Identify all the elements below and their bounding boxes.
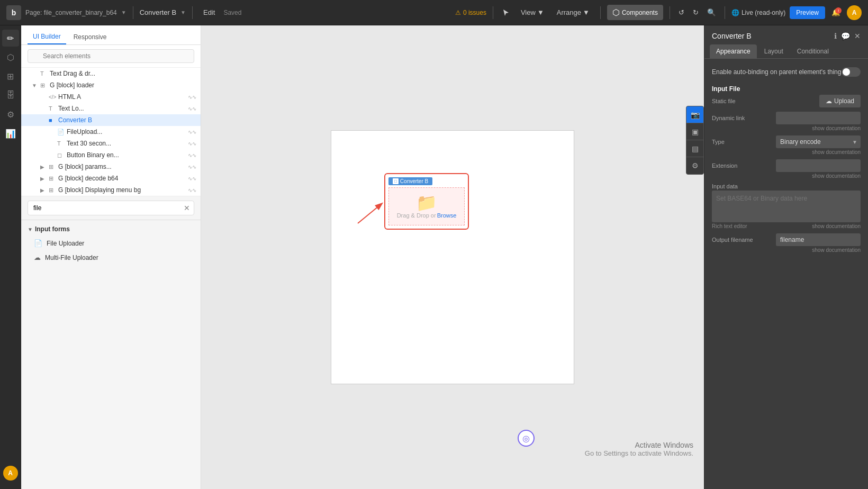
components-button[interactable]: ⬡ Components bbox=[607, 5, 663, 20]
tab-conditional[interactable]: Conditional bbox=[791, 44, 835, 58]
tree-item-label: Button Binary en... bbox=[67, 151, 186, 159]
tree-item-label: Text 30 secon... bbox=[67, 140, 186, 147]
drop-zone-icon: 📁 bbox=[416, 194, 437, 211]
section-chevron-icon: ▼ bbox=[28, 227, 33, 232]
tree-block-icon: ⊞ bbox=[40, 82, 48, 89]
activate-windows-title: Activate Windows bbox=[585, 441, 693, 449]
search-input[interactable] bbox=[28, 201, 194, 215]
view-label: View bbox=[521, 8, 536, 16]
arrange-button[interactable]: Arrange▼ bbox=[553, 6, 594, 19]
page-label: Page: file_converter_binary_b64 bbox=[25, 9, 117, 16]
show-docs-5[interactable]: show documentation bbox=[712, 247, 861, 253]
tree-block-icon: ⊞ bbox=[49, 175, 56, 182]
converter-name: Converter B bbox=[140, 8, 176, 16]
search-elements-wrap: 🔍 bbox=[28, 49, 194, 63]
upload-label: Upload bbox=[834, 97, 854, 105]
file-drop-zone[interactable]: 📁 Drag & Drop or Browse bbox=[388, 187, 465, 225]
tree-item-extra: ∿∿ bbox=[188, 176, 196, 182]
file-uploader-item[interactable]: 📄 File Uploader bbox=[21, 236, 201, 250]
tree-item-extra: ∿∿ bbox=[188, 164, 196, 170]
undo-button[interactable]: ↺ bbox=[676, 6, 686, 19]
info-icon[interactable]: ℹ bbox=[834, 32, 837, 40]
close-icon[interactable]: ✕ bbox=[854, 32, 861, 40]
tree-item-label: Converter B bbox=[58, 116, 196, 124]
show-docs-3[interactable]: show documentation bbox=[712, 173, 861, 179]
tree-item-text-30sec[interactable]: T Text 30 secon... ∿∿ bbox=[21, 138, 201, 149]
type-row: Type Binary encode ▼ show documentation bbox=[712, 135, 861, 155]
input-data-textarea[interactable] bbox=[712, 191, 861, 222]
tree-item-g-displaying[interactable]: ▶ ⊞ G [block] Displaying menu bg ∿∿ bbox=[21, 184, 201, 196]
show-docs-2[interactable]: show documentation bbox=[712, 149, 861, 155]
tree-item-extra: ∿∿ bbox=[188, 94, 196, 100]
static-file-horiz: Static file ☁ Upload bbox=[712, 95, 861, 107]
preview-button[interactable]: Preview bbox=[790, 6, 825, 19]
view-button[interactable]: View▼ bbox=[517, 6, 548, 19]
notification-button[interactable]: 🔔! bbox=[829, 6, 843, 19]
upload-button[interactable]: ☁ Upload bbox=[819, 95, 861, 107]
extension-label: Extension bbox=[712, 162, 737, 169]
tab-ui-builder[interactable]: UI Builder bbox=[28, 30, 66, 44]
tree-item-fileupload[interactable]: 📄 FileUpload... ∿∿ bbox=[21, 126, 201, 138]
topbar-divider-2 bbox=[192, 6, 193, 19]
left-icon-grid[interactable]: ⊞ bbox=[2, 68, 19, 85]
topbar-divider-4 bbox=[600, 6, 601, 19]
topbar: b Page: file_converter_binary_b64 ▼ Conv… bbox=[0, 0, 868, 25]
left-icon-database[interactable]: 🗄 bbox=[2, 87, 19, 104]
auto-binding-toggle[interactable] bbox=[842, 67, 861, 77]
converter-b-component[interactable]: □ Converter B 📁 Drag & Drop or Browse bbox=[384, 173, 469, 230]
tree-item-label: G [block] params... bbox=[58, 163, 186, 170]
tree-item-g-loader[interactable]: ▼ ⊞ G [block] loader bbox=[21, 79, 201, 91]
tree-chevron-icon: ▶ bbox=[40, 176, 47, 182]
search-elements-input[interactable] bbox=[28, 49, 194, 63]
rich-text-label[interactable]: Rich text editor bbox=[712, 223, 747, 229]
tree-chevron-icon: ▶ bbox=[40, 164, 47, 170]
tree-item-label: HTML A bbox=[58, 93, 186, 101]
extension-row: Extension show documentation bbox=[712, 159, 861, 179]
bottom-right-icon-button[interactable]: ◎ bbox=[518, 430, 535, 447]
component-title-badge: □ Converter B bbox=[388, 177, 432, 185]
tree-item-g-params[interactable]: ▶ ⊞ G [block] params... ∿∿ bbox=[21, 161, 201, 173]
auto-binding-row: Enable auto-binding on parent element's … bbox=[712, 65, 861, 79]
tab-responsive[interactable]: Responsive bbox=[68, 30, 112, 44]
show-docs-1[interactable]: show documentation bbox=[712, 125, 861, 131]
tree-item-text-drag[interactable]: T Text Drag & dr... bbox=[21, 68, 201, 79]
auto-binding-label: Enable auto-binding on parent element's … bbox=[712, 68, 841, 76]
chat-icon[interactable]: 💬 bbox=[841, 32, 850, 40]
type-select[interactable]: Binary encode bbox=[776, 135, 861, 148]
avatar[interactable]: A bbox=[847, 5, 862, 20]
side-icon-gear[interactable]: ⚙ bbox=[686, 157, 703, 174]
side-icon-panel-left[interactable]: ▣ bbox=[686, 123, 703, 140]
tree-item-label: Text Drag & dr... bbox=[50, 70, 196, 77]
tree-item-text-lo[interactable]: T Text Lo... ∿∿ bbox=[21, 103, 201, 114]
tree-text-icon: T bbox=[40, 70, 48, 77]
file-uploader-label: File Uploader bbox=[47, 240, 84, 247]
input-data-row: Input data Rich text editor show documen… bbox=[712, 183, 861, 229]
left-icon-hierarchy[interactable]: ⬡ bbox=[2, 49, 19, 66]
tree-item-button-binary[interactable]: ◻ Button Binary en... ∿∿ bbox=[21, 149, 201, 161]
tab-appearance[interactable]: Appearance bbox=[710, 44, 757, 58]
canvas: □ Converter B 📁 Drag & Drop or Browse bbox=[201, 25, 704, 489]
input-forms-header[interactable]: ▼ Input forms bbox=[21, 222, 201, 236]
show-docs-4[interactable]: show documentation bbox=[812, 223, 861, 229]
search-button[interactable]: 🔍 bbox=[705, 6, 718, 19]
search-clear-button[interactable]: ✕ bbox=[184, 204, 190, 212]
cursor-tool-button[interactable] bbox=[500, 6, 512, 19]
left-icon-settings[interactable]: ⚙ bbox=[2, 106, 19, 123]
edit-button[interactable]: Edit bbox=[199, 6, 219, 19]
tree-item-html-a[interactable]: </> HTML A ∿∿ bbox=[21, 91, 201, 103]
extension-input[interactable] bbox=[776, 159, 861, 172]
output-filename-input[interactable] bbox=[776, 233, 861, 246]
multi-file-uploader-item[interactable]: ☁ Multi-File Uploader bbox=[21, 250, 201, 265]
tree-item-converter-b[interactable]: ■ Converter B bbox=[21, 114, 201, 126]
side-icon-panel-right[interactable]: ▤ bbox=[686, 140, 703, 157]
dynamic-link-input[interactable] bbox=[776, 112, 861, 124]
left-icon-user[interactable]: A bbox=[3, 466, 18, 481]
side-icon-camera[interactable]: 📷 bbox=[686, 106, 703, 123]
left-icon-chart[interactable]: 📊 bbox=[2, 125, 19, 142]
redo-button[interactable]: ↻ bbox=[691, 6, 701, 19]
input-forms-section: ▼ Input forms 📄 File Uploader ☁ Multi-Fi… bbox=[21, 220, 201, 267]
left-icon-pen[interactable]: ✏ bbox=[2, 30, 19, 47]
tab-layout[interactable]: Layout bbox=[758, 44, 790, 58]
converter-chevron-icon: ▼ bbox=[180, 10, 186, 15]
tree-item-g-decode[interactable]: ▶ ⊞ G [block] decode b64 ∿∿ bbox=[21, 173, 201, 184]
